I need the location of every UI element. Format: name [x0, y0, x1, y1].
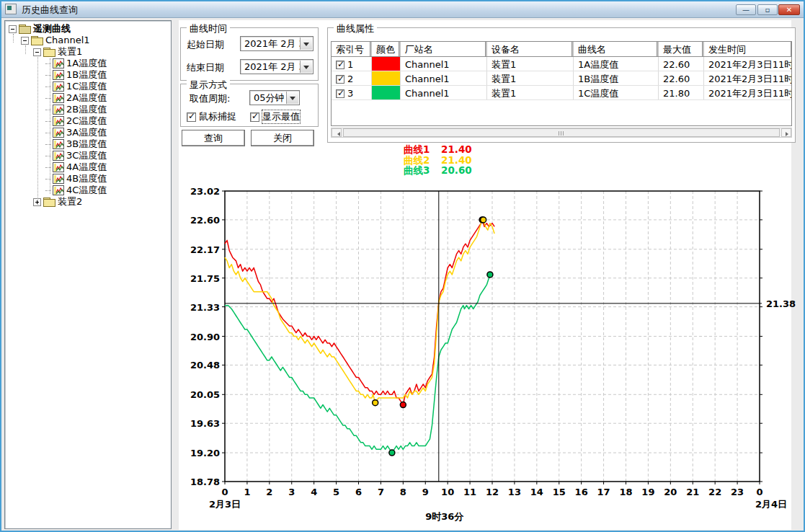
table-cell: 1A温度值	[574, 57, 659, 71]
show-extremes-label: 显示最值	[262, 110, 300, 123]
period-label: 取值周期:	[190, 92, 230, 105]
x-axis-label: 12	[486, 487, 499, 497]
table-header-cell[interactable]: 设备名	[487, 42, 574, 56]
table-cell: 1	[332, 57, 372, 71]
max-marker-1C温度值	[487, 272, 493, 278]
minimize-button[interactable]: —	[736, 4, 756, 15]
y-axis-label: 22.60	[190, 215, 220, 226]
close-icon[interactable]: ✕	[778, 4, 800, 15]
tree-item[interactable]: 3C温度值	[5, 150, 171, 161]
collapse-icon[interactable]	[33, 48, 41, 56]
tree-item[interactable]: 1B温度值	[5, 69, 171, 81]
tree-item[interactable]: 遥测曲线	[5, 23, 171, 35]
table-cell: 装置1	[487, 71, 574, 85]
color-swatch	[372, 71, 400, 85]
collapse-icon[interactable]	[21, 37, 29, 45]
tree-item[interactable]: 装置2	[5, 196, 171, 208]
curve-time-group-title: 曲线时间	[187, 22, 230, 35]
tree-item-label: 2C温度值	[66, 115, 107, 127]
curve-props-table: 索引号颜色厂站名设备名曲线名最大值发生时间1Channel1装置11A温度值22…	[331, 41, 792, 126]
tree-item[interactable]: 装置1	[5, 46, 171, 58]
tree-item[interactable]: 4C温度值	[5, 185, 171, 196]
table-cell: 1C温度值	[574, 86, 659, 99]
show-extremes-checkbox[interactable]: 显示最值	[250, 110, 300, 123]
row-checkbox[interactable]	[336, 75, 344, 84]
start-date-dropdown-icon[interactable]	[300, 37, 312, 50]
scroll-left-icon[interactable]	[332, 128, 342, 137]
start-date-picker[interactable]: 2021年 2月 3	[240, 36, 313, 51]
x-axis-label: 22	[708, 487, 721, 497]
mouse-capture-checkbox-box[interactable]	[187, 112, 196, 122]
table-cell	[372, 71, 401, 85]
table-row[interactable]: 3Channel1装置11C温度值21.802021年2月3日11时55	[332, 86, 791, 100]
folder-icon	[31, 36, 43, 45]
x-axis-label: 9	[422, 487, 429, 497]
tree-item[interactable]: 3B温度值	[5, 138, 171, 150]
table-header-cell[interactable]: 厂站名	[401, 42, 487, 56]
series-1B温度值	[225, 220, 494, 403]
x-axis-label: 0	[221, 487, 228, 497]
min-marker-1B温度值	[373, 400, 378, 406]
tree-item-label: 装置2	[58, 196, 82, 208]
restore-button[interactable]: ▫	[757, 4, 778, 15]
table-row[interactable]: 2Channel1装置11B温度值22.602021年2月3日11时40	[332, 71, 791, 86]
period-select[interactable]: 05分钟	[249, 90, 300, 105]
start-date-label: 起始日期	[187, 38, 224, 51]
table-cell: 2021年2月3日11时40	[704, 71, 791, 85]
curve-props-group-title: 曲线属性	[334, 22, 377, 35]
row-checkbox[interactable]	[336, 61, 344, 69]
end-date-picker[interactable]: 2021年 2月 3	[240, 59, 313, 74]
table-header-cell[interactable]: 发生时间	[704, 42, 791, 56]
scrollbar-track[interactable]	[342, 128, 781, 137]
curve-icon	[53, 185, 64, 195]
table-cell	[372, 57, 401, 71]
display-mode-group-title: 显示方式	[187, 79, 230, 92]
x-axis-label: 10	[441, 487, 454, 497]
curve-tree: 遥测曲线Channel1装置11A温度值1B温度值1C温度值2A温度值2B温度值…	[4, 20, 172, 529]
tree-item-label: 4C温度值	[66, 185, 107, 196]
tree-item[interactable]: 4A温度值	[5, 161, 171, 173]
table-hscrollbar[interactable]	[331, 128, 792, 138]
tree-item[interactable]: 1A温度值	[5, 58, 171, 69]
tree-item[interactable]: 2C温度值	[5, 115, 171, 127]
tree-item[interactable]: Channel1	[5, 35, 171, 46]
table-header-cell[interactable]: 颜色	[372, 42, 401, 56]
mouse-capture-checkbox[interactable]: 鼠标捕捉	[187, 110, 236, 123]
table-row[interactable]: 1Channel1装置11A温度值22.602021年2月3日11时35	[332, 57, 791, 71]
tree-item[interactable]: 2A温度值	[5, 92, 171, 104]
tree-item-label: Channel1	[45, 35, 90, 46]
folder-icon	[43, 198, 55, 207]
y-axis-label: 23.02	[190, 186, 220, 197]
tree-item[interactable]: 3A温度值	[5, 127, 171, 138]
table-cell: Channel1	[401, 57, 487, 71]
end-date-dropdown-icon[interactable]	[300, 61, 312, 73]
y-axis-label: 20.05	[190, 389, 220, 400]
row-checkbox[interactable]	[336, 89, 344, 98]
scrollbar-thumb[interactable]	[343, 128, 780, 137]
collapse-icon[interactable]	[9, 25, 17, 33]
curve-icon	[53, 139, 64, 149]
x-axis-label: 21	[686, 487, 699, 497]
tree-guide-line	[50, 58, 50, 194]
tree-guide-line	[37, 57, 38, 205]
app-icon	[5, 4, 17, 14]
curve-icon	[53, 70, 64, 80]
period-dropdown-icon[interactable]	[286, 92, 298, 104]
y-axis-label: 22.17	[190, 244, 220, 255]
tree-item[interactable]: 4B温度值	[5, 173, 171, 185]
tree-item[interactable]: 2B温度值	[5, 104, 171, 115]
history-curve-chart[interactable]: 23.0222.6022.1721.7521.3320.9020.4820.05…	[179, 140, 803, 532]
title-bar[interactable]: 历史曲线查询 — ▫ ✕	[1, 1, 804, 18]
scroll-right-icon[interactable]	[781, 128, 791, 137]
x-axis-label: 18	[619, 487, 632, 497]
tree-item[interactable]: 1C温度值	[5, 81, 171, 92]
start-date-value: 2021年 2月 3	[244, 38, 305, 49]
table-cell: 1B温度值	[574, 71, 659, 85]
table-header-cell[interactable]: 曲线名	[574, 42, 659, 56]
table-header-cell[interactable]: 索引号	[332, 42, 372, 56]
table-header-cell[interactable]: 最大值	[659, 42, 704, 56]
tree-item-label: 2B温度值	[66, 104, 107, 115]
curve-icon	[53, 93, 64, 103]
mouse-capture-label: 鼠标捕捉	[199, 110, 236, 123]
show-extremes-checkbox-box[interactable]	[250, 112, 259, 122]
